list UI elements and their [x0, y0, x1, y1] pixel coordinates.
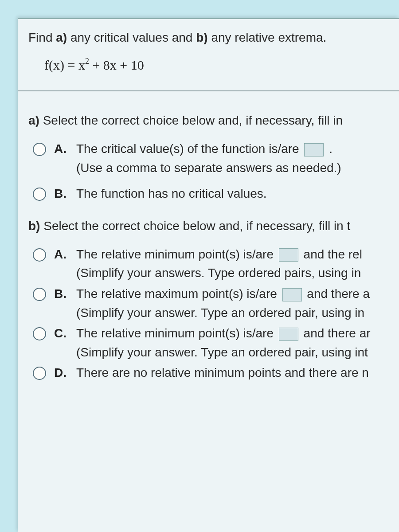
question-prompt: Find a) any critical values and b) any r… [28, 30, 399, 45]
part-b-option-c: C. The relative minimum point(s) is/are … [33, 325, 399, 361]
answer-input[interactable] [282, 288, 302, 301]
option-text: The relative maximum point(s) is/are [76, 287, 281, 301]
option-hint: (Simplify your answer. Type an ordered p… [76, 344, 399, 362]
answer-input[interactable] [279, 248, 298, 262]
option-text: and there ar [300, 326, 371, 340]
part-a-label: a) Select the correct choice below and, … [28, 113, 399, 128]
radio-b-C[interactable] [33, 327, 46, 340]
divider [18, 90, 399, 91]
radio-a-A[interactable] [33, 143, 46, 156]
function-formula: f(x) = x2 + 8x + 10 [44, 58, 399, 73]
question-panel: Find a) any critical values and b) any r… [18, 18, 399, 532]
option-text: and the rel [300, 247, 362, 261]
option-text: The relative minimum point(s) is/are [76, 247, 277, 261]
part-a-text: Select the correct choice below and, if … [39, 113, 343, 127]
radio-a-B[interactable] [33, 188, 46, 201]
formula-exponent: 2 [85, 57, 89, 66]
part-b-bold: b) [28, 219, 40, 233]
prompt-b-bold: b) [196, 31, 207, 44]
radio-b-A[interactable] [33, 248, 46, 262]
option-body: The relative minimum point(s) is/are and… [76, 325, 399, 361]
option-hint: (Simplify your answers. Type ordered pai… [76, 264, 399, 282]
part-a-bold: a) [28, 113, 39, 127]
radio-b-D[interactable] [33, 367, 46, 380]
option-letter: C. [54, 326, 70, 340]
option-text: There are no relative minimum points and… [76, 364, 399, 382]
prompt-text: Find [28, 31, 56, 44]
option-body: The relative minimum point(s) is/are and… [76, 246, 399, 282]
option-letter: B. [54, 287, 70, 301]
option-body: The relative maximum point(s) is/are and… [76, 285, 399, 322]
formula-left: f(x) = x [44, 58, 85, 72]
part-b-option-b: B. The relative maximum point(s) is/are … [33, 285, 399, 322]
option-text: The critical value(s) of the function is… [76, 142, 302, 156]
prompt-text: any relative extrema. [208, 31, 327, 44]
part-b-option-d: D. There are no relative minimum points … [33, 364, 399, 382]
formula-right: + 8x + 10 [89, 58, 144, 72]
part-a-option-a: A. The critical value(s) of the function… [33, 140, 399, 177]
part-b-option-a: A. The relative minimum point(s) is/are … [33, 246, 399, 282]
option-text: The relative minimum point(s) is/are [76, 326, 277, 340]
option-body: The critical value(s) of the function is… [76, 140, 399, 177]
prompt-a-bold: a) [56, 31, 67, 44]
option-letter: D. [54, 366, 70, 380]
option-text: . [325, 142, 332, 156]
answer-input[interactable] [279, 328, 298, 341]
option-hint: (Simplify your answer. Type an ordered p… [76, 304, 399, 322]
radio-b-B[interactable] [33, 288, 46, 301]
option-hint: (Use a comma to separate answers as need… [76, 159, 399, 177]
option-text: and there a [304, 287, 370, 301]
answer-input[interactable] [304, 143, 324, 156]
option-letter: B. [54, 187, 70, 201]
option-letter: A. [54, 247, 70, 262]
part-a-option-b: B. The function has no critical values. [33, 185, 399, 203]
option-text: The function has no critical values. [76, 185, 399, 203]
option-letter: A. [54, 142, 70, 156]
prompt-text: any critical values and [67, 31, 196, 44]
part-b-label: b) Select the correct choice below and, … [28, 219, 399, 233]
part-b-text: Select the correct choice below and, if … [40, 219, 350, 233]
